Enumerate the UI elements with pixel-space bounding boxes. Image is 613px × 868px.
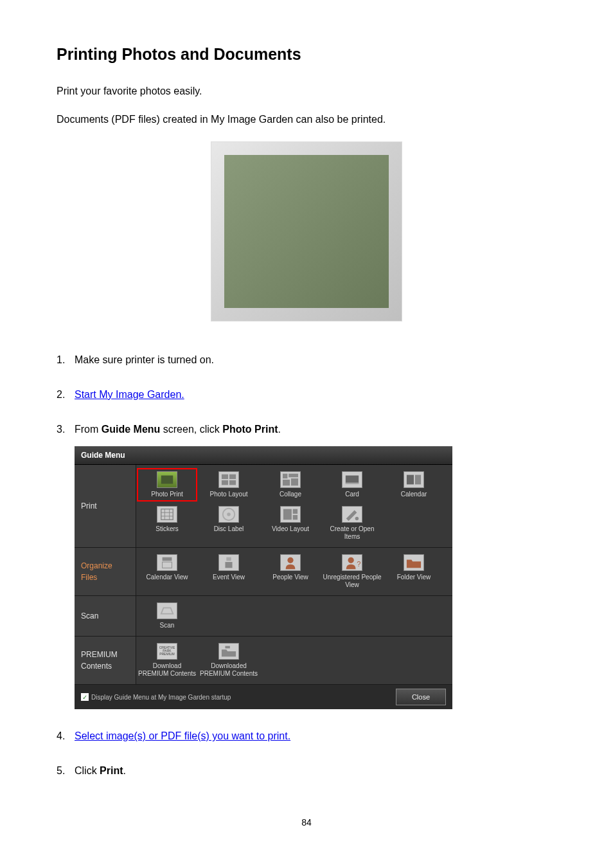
step-3-post: . bbox=[278, 424, 280, 435]
guide-menu-header: Guide Menu bbox=[75, 446, 452, 465]
svg-rect-12 bbox=[415, 475, 421, 484]
svg-rect-24 bbox=[163, 557, 172, 561]
folder-view-icon bbox=[404, 554, 424, 571]
svg-rect-10 bbox=[346, 482, 359, 484]
step-5-bold: Print bbox=[100, 765, 123, 776]
event-view-icon bbox=[218, 554, 239, 571]
startup-checkbox-row[interactable]: ✓ Display Guide Menu at My Image Garden … bbox=[81, 692, 231, 702]
item-scan[interactable]: Scan bbox=[136, 599, 198, 633]
item-stickers[interactable]: Stickers bbox=[136, 502, 198, 545]
check-icon: ✓ bbox=[81, 693, 89, 701]
card-icon bbox=[342, 471, 362, 488]
step-5-pre: Click bbox=[75, 765, 100, 776]
svg-point-29 bbox=[348, 557, 354, 563]
step-3-bold-2: Photo Print bbox=[222, 424, 278, 435]
photo-print-icon bbox=[157, 471, 177, 488]
item-disc-label[interactable]: Disc Label bbox=[198, 502, 260, 545]
page-title: Printing Photos and Documents bbox=[57, 45, 556, 64]
svg-rect-0 bbox=[161, 475, 173, 484]
collage-icon bbox=[280, 471, 301, 488]
svg-rect-6 bbox=[289, 474, 298, 478]
item-event-view[interactable]: Event View bbox=[198, 550, 260, 593]
item-photo-layout[interactable]: Photo Layout bbox=[198, 467, 260, 502]
item-card[interactable]: Card bbox=[321, 467, 383, 502]
video-layout-icon bbox=[280, 506, 301, 523]
item-calendar[interactable]: Calendar bbox=[383, 467, 445, 502]
svg-point-28 bbox=[287, 557, 293, 563]
svg-point-19 bbox=[227, 512, 231, 516]
hero-illustration bbox=[211, 141, 402, 321]
svg-point-23 bbox=[355, 516, 359, 520]
svg-rect-5 bbox=[283, 474, 287, 478]
svg-rect-8 bbox=[291, 478, 298, 485]
section-label-print: Print bbox=[75, 465, 136, 547]
download-premium-icon: CREATIVEPARKPREMIUM bbox=[157, 643, 177, 660]
item-photo-print[interactable]: Photo Print bbox=[136, 467, 198, 502]
section-label-scan: Scan bbox=[75, 596, 136, 636]
svg-rect-7 bbox=[283, 480, 290, 485]
item-create-open[interactable]: Create or Open Items bbox=[321, 502, 383, 545]
svg-rect-20 bbox=[283, 509, 292, 520]
item-downloaded-premium[interactable]: Downloaded PREMIUM Contents bbox=[198, 639, 260, 682]
intro-paragraph-1: Print your favorite photos easily. bbox=[57, 84, 556, 98]
item-people-view[interactable]: People View bbox=[260, 550, 321, 593]
svg-rect-11 bbox=[407, 475, 414, 484]
create-open-icon bbox=[342, 506, 362, 523]
disc-label-icon bbox=[218, 506, 239, 523]
svg-rect-1 bbox=[222, 474, 228, 478]
item-folder-view[interactable]: Folder View bbox=[383, 550, 445, 593]
svg-rect-26 bbox=[226, 557, 231, 561]
item-collage[interactable]: Collage bbox=[260, 467, 321, 502]
svg-rect-25 bbox=[163, 562, 172, 568]
stickers-icon bbox=[157, 506, 177, 523]
step-3-mid: screen, click bbox=[160, 424, 222, 435]
step-4: Select image(s) or PDF file(s) you want … bbox=[75, 728, 556, 744]
item-calendar-view[interactable]: Calendar View bbox=[136, 550, 198, 593]
guide-menu-screenshot: Guide Menu Print Photo Print Phot bbox=[75, 446, 452, 710]
downloaded-premium-icon bbox=[218, 643, 239, 660]
steps-list: Make sure printer is turned on. Start My… bbox=[57, 352, 556, 779]
item-video-layout[interactable]: Video Layout bbox=[260, 502, 321, 545]
svg-rect-9 bbox=[346, 475, 359, 484]
step-5: Click Print. bbox=[75, 763, 556, 779]
svg-rect-31 bbox=[225, 646, 229, 648]
section-label-organize: Organize Files bbox=[75, 548, 136, 595]
step-3-pre: From bbox=[75, 424, 102, 435]
svg-rect-3 bbox=[222, 480, 228, 485]
calendar-view-icon bbox=[157, 554, 177, 571]
svg-rect-22 bbox=[293, 515, 298, 520]
step-3-bold-1: Guide Menu bbox=[102, 424, 161, 435]
svg-rect-4 bbox=[229, 480, 236, 485]
start-my-image-garden-link[interactable]: Start My Image Garden. bbox=[75, 389, 184, 400]
svg-rect-2 bbox=[229, 474, 236, 478]
startup-checkbox-label: Display Guide Menu at My Image Garden st… bbox=[91, 692, 231, 702]
close-button[interactable]: Close bbox=[396, 689, 446, 706]
section-label-premium: PREMIUM Contents bbox=[75, 637, 136, 684]
unregistered-people-icon: ? bbox=[342, 554, 362, 571]
step-5-post: . bbox=[123, 765, 126, 776]
svg-rect-13 bbox=[161, 509, 173, 520]
item-unregistered-people[interactable]: ? Unregistered People View bbox=[321, 550, 383, 593]
page-number: 84 bbox=[57, 817, 556, 827]
step-3: From Guide Menu screen, click Photo Prin… bbox=[75, 422, 556, 710]
svg-rect-21 bbox=[293, 509, 298, 513]
step-2: Start My Image Garden. bbox=[75, 387, 556, 402]
calendar-icon bbox=[404, 471, 424, 488]
intro-paragraph-2: Documents (PDF files) created in My Imag… bbox=[57, 113, 556, 127]
step-1: Make sure printer is turned on. bbox=[75, 352, 556, 368]
scan-icon bbox=[157, 602, 177, 619]
item-download-premium[interactable]: CREATIVEPARKPREMIUM Download PREMIUM Con… bbox=[136, 639, 198, 682]
select-images-link[interactable]: Select image(s) or PDF file(s) you want … bbox=[75, 730, 290, 741]
photo-layout-icon bbox=[218, 471, 239, 488]
svg-rect-27 bbox=[225, 562, 232, 568]
svg-text:?: ? bbox=[357, 560, 360, 568]
people-view-icon bbox=[280, 554, 301, 571]
